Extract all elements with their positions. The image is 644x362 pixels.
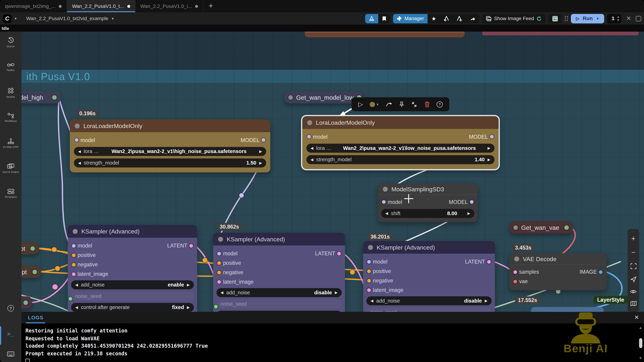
reroute-dot[interactable] <box>52 284 58 290</box>
node-get-wan-vae[interactable]: Get_wan_vae <box>509 221 573 233</box>
count-down-icon[interactable]: ▼ <box>617 18 620 22</box>
bypass-icon[interactable] <box>386 101 392 107</box>
input-port-model[interactable] <box>307 135 311 138</box>
node-canvas[interactable]: ith Pusa V1.0 <box>21 32 644 312</box>
widget-shift[interactable]: ◀ shift 8.00 ▶ <box>381 209 474 218</box>
play-node-icon[interactable]: ▷ <box>358 100 363 108</box>
chevron-down-icon[interactable]: ▼ <box>14 16 17 20</box>
output-port[interactable] <box>32 270 37 274</box>
input-port-latent-image[interactable] <box>217 280 221 284</box>
scroll-down-icon[interactable]: ▼ <box>639 356 642 360</box>
widget-noise-seed[interactable]: noise_seed <box>216 300 342 308</box>
widget-add-noise[interactable]: ◀ add_noise enable ▶ <box>71 280 194 289</box>
sidebar-item-input-output[interactable]: nput & Output <box>0 163 21 173</box>
arrow-left-icon[interactable]: ◀ <box>220 291 223 295</box>
graph-view-button[interactable] <box>365 14 378 23</box>
sidebar-item-shortcuts[interactable] <box>0 351 21 357</box>
widget-lora-name[interactable]: ◀ lora … Wan2_2\pusa_wan2-2_v1\low_noise… <box>306 144 494 153</box>
widget-lora-name[interactable]: ◀ lora … Wan2_2\pusa_wan2-2_v1\high_nois… <box>74 147 266 156</box>
widget-control-after-generate[interactable] <box>216 311 342 312</box>
widget-strength-model[interactable]: ◀ strength_model 1.50 ▶ <box>74 158 266 168</box>
arrow-left-icon[interactable]: ◀ <box>75 283 78 287</box>
tab-wan-img2vid[interactable]: Wan_2.2_PusaV1.0_i... <box>136 0 204 12</box>
logs-output[interactable]: Restoring initial comfy attention Reques… <box>21 323 644 362</box>
link-visibility-button[interactable] <box>630 289 637 294</box>
reroute-dot[interactable] <box>202 258 208 263</box>
collapse-dot-icon[interactable] <box>307 120 312 125</box>
arrow-right-icon[interactable]: ▶ <box>468 211 470 215</box>
share-button[interactable] <box>466 14 479 23</box>
node-help-icon[interactable]: ? <box>436 101 442 107</box>
input-port-latent-image[interactable] <box>72 272 76 276</box>
tab-unsaved-dot-icon[interactable] <box>127 5 130 7</box>
scrollbar-thumb[interactable] <box>639 338 642 348</box>
sidebar-item-templates[interactable]: Templates <box>0 189 21 198</box>
collapse-dot-icon[interactable] <box>218 237 223 242</box>
arrow-right-icon[interactable]: ▶ <box>187 283 190 287</box>
node-color-picker[interactable]: ▼ <box>370 102 379 107</box>
widget-noise-seed[interactable]: noise_seed <box>71 292 194 301</box>
input-port-model[interactable] <box>367 260 371 264</box>
comfyui-logo[interactable]: C <box>3 14 12 23</box>
input-port-positive[interactable] <box>367 269 371 273</box>
input-port-positive[interactable] <box>72 253 76 257</box>
minimap-button[interactable] <box>630 301 636 306</box>
run-button[interactable]: ▷ Run ▼ <box>571 14 604 23</box>
fit-view-button[interactable] <box>630 263 636 269</box>
tab-qwenimage[interactable]: qwenimage_txt2img_... <box>0 0 67 12</box>
partial-node-blue[interactable] <box>531 307 604 312</box>
collapse-dot-icon[interactable] <box>514 256 519 261</box>
collapse-dot-icon[interactable] <box>288 95 293 99</box>
reroute-dot[interactable] <box>350 270 355 275</box>
input-port-model[interactable] <box>72 244 76 247</box>
tab-unsaved-dot-icon[interactable] <box>195 5 198 7</box>
bookmark-button[interactable] <box>378 14 390 23</box>
output-port[interactable] <box>52 95 57 99</box>
output-port-model[interactable] <box>262 138 265 142</box>
scroll-up-icon[interactable]: ▲ <box>639 326 642 330</box>
sidebar-item-models[interactable]: Models <box>0 87 21 98</box>
workflow-name-dropdown[interactable]: Wan_2.2_PusaV1.0_txt2vid_example ▼ <box>26 15 114 21</box>
tab-unsaved-dot-icon[interactable] <box>59 5 62 7</box>
input-port-positive[interactable] <box>217 261 221 265</box>
widget-control-after-generate[interactable]: ◀ control after generate fixed ▶ <box>71 303 194 312</box>
input-port-vae[interactable] <box>514 280 517 283</box>
input-port-model[interactable] <box>217 252 221 255</box>
output-port[interactable] <box>24 300 28 305</box>
show-image-feed-button[interactable]: Show Image Feed <box>482 14 546 23</box>
tab-wan-txt2vid[interactable]: Wan_2.2_PusaV1.0_t... <box>67 0 136 12</box>
node-ksampler-advanced-1[interactable]: KSampler (Advanced) model LATENT positiv… <box>68 225 197 312</box>
arrow-right-icon[interactable]: ▶ <box>488 146 490 150</box>
sidebar-item-nodes[interactable]: Nodes <box>0 62 21 71</box>
new-tab-button[interactable]: + <box>204 0 218 12</box>
node-vae-decode[interactable]: VAE Decode samples IMAGE vae <box>509 253 606 290</box>
output-port[interactable] <box>30 246 35 251</box>
clean-workflow-button[interactable] <box>440 14 453 23</box>
arrow-right-icon[interactable]: ▶ <box>259 161 262 165</box>
arrow-right-icon[interactable]: ▶ <box>187 305 190 309</box>
reroute-dot[interactable] <box>239 193 244 198</box>
widget-add-noise[interactable]: ◀ add_noise disable ▶ <box>216 288 342 297</box>
arrow-left-icon[interactable]: ◀ <box>78 149 81 153</box>
node-get-prompt-2[interactable]: ompt <box>21 266 41 278</box>
reroute-dot[interactable] <box>55 266 60 271</box>
collapse-dot-icon[interactable] <box>72 229 78 234</box>
input-port-negative[interactable] <box>217 271 221 274</box>
sidebar-item-nodes-map[interactable]: es Map (shift <box>0 138 21 148</box>
node-ksampler-advanced-2[interactable]: KSampler (Advanced) model LATENT positiv… <box>213 233 345 312</box>
input-port-noise-seed[interactable] <box>214 305 218 309</box>
output-port-latent[interactable] <box>189 244 193 247</box>
arrow-left-icon[interactable]: ◀ <box>78 161 81 165</box>
image-thumbnail-button[interactable] <box>548 14 562 23</box>
count-up-icon[interactable]: ▲ <box>617 15 620 18</box>
output-port-latent[interactable] <box>487 260 491 264</box>
zoom-in-button[interactable]: + <box>631 235 635 242</box>
batch-count-stepper[interactable]: 1 ▲▼ <box>607 14 622 23</box>
close-logs-button[interactable]: ✕ <box>634 314 639 321</box>
sidebar-item-help[interactable]: ? <box>0 305 21 312</box>
node-get-latent[interactable]: nt <box>21 296 32 309</box>
cancel-run-button[interactable]: ✕ <box>624 15 633 22</box>
logs-scrollbar[interactable]: ▲ ▼ <box>638 326 643 360</box>
collapse-dot-icon[interactable] <box>514 225 518 230</box>
sidebar-item-workflows[interactable]: Workflows <box>0 113 21 122</box>
